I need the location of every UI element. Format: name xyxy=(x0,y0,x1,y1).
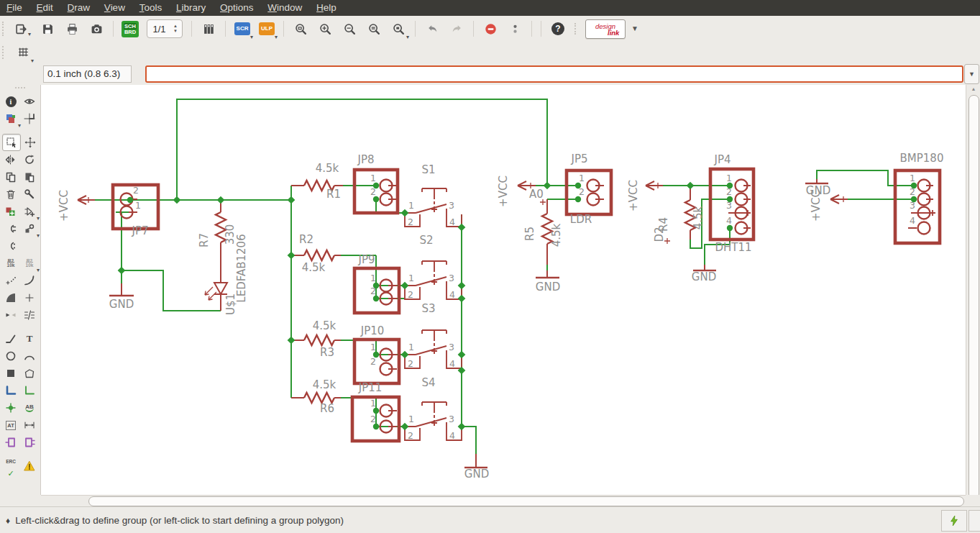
vcc-symbol[interactable] xyxy=(78,196,95,204)
vcc-symbol[interactable] xyxy=(830,195,848,204)
arc-button[interactable] xyxy=(21,348,38,364)
toolbar-drag-handle[interactable] xyxy=(2,22,6,36)
smash-button[interactable] xyxy=(21,221,38,237)
component-r2[interactable] xyxy=(291,250,341,260)
command-input[interactable] xyxy=(145,65,963,83)
toolbar-drag-handle[interactable] xyxy=(2,46,6,59)
name-button[interactable] xyxy=(2,221,19,237)
vcc-symbol[interactable] xyxy=(646,181,663,190)
toolbar-drag-handle[interactable] xyxy=(574,23,579,35)
grid-button[interactable] xyxy=(14,43,32,62)
mirror-button[interactable] xyxy=(2,152,19,168)
script-button[interactable]: SCR xyxy=(233,19,252,38)
menu-file[interactable]: File xyxy=(6,0,22,16)
gnd-symbol[interactable] xyxy=(464,454,487,468)
resistor-value-alt-button[interactable]: R210k xyxy=(21,255,38,271)
label-button[interactable]: AB xyxy=(21,400,38,416)
rotate-button[interactable] xyxy=(21,152,38,168)
undo-button[interactable] xyxy=(423,19,441,38)
zoom-select-button[interactable] xyxy=(365,19,383,38)
command-history-dropdown[interactable]: ▼ xyxy=(964,64,979,84)
replace-button[interactable] xyxy=(21,204,38,219)
menu-tools[interactable]: Tools xyxy=(139,0,162,16)
resistor-value-button[interactable]: R210k xyxy=(2,255,19,271)
value-button[interactable] xyxy=(2,238,19,254)
zoom-out-button[interactable] xyxy=(340,19,359,38)
menu-help[interactable]: Help xyxy=(316,0,336,16)
change-button[interactable] xyxy=(21,186,38,202)
mark-button[interactable] xyxy=(21,111,38,127)
add-part-button[interactable] xyxy=(2,204,19,219)
component-r3[interactable] xyxy=(291,335,341,345)
menu-draw[interactable]: Draw xyxy=(68,0,91,16)
schematic-canvas[interactable]: +VCCJP7GNDR7330U$1LEDFAB12064.5kR1JP8S1R… xyxy=(41,85,966,495)
horizontal-scroll-thumb[interactable] xyxy=(88,496,964,506)
paste-button[interactable] xyxy=(21,169,38,185)
gnd-symbol[interactable] xyxy=(805,179,828,183)
split-button[interactable] xyxy=(2,307,19,323)
display-layers-button[interactable] xyxy=(2,111,19,127)
menu-library[interactable]: Library xyxy=(176,0,206,16)
erc-button[interactable]: ERC✓ xyxy=(2,458,19,474)
stop-button[interactable] xyxy=(481,19,500,38)
redo-button[interactable] xyxy=(447,19,466,38)
move-button[interactable] xyxy=(22,135,40,150)
sheets-panel-button[interactable] xyxy=(199,19,218,38)
vertical-scroll-thumb[interactable] xyxy=(968,95,979,499)
net-wires[interactable] xyxy=(95,99,914,454)
net-button[interactable] xyxy=(21,383,38,398)
wire-button[interactable] xyxy=(2,331,19,347)
vertical-scrollbar[interactable]: ▲ xyxy=(966,85,980,495)
gnd-symbol[interactable] xyxy=(109,283,134,296)
show-button[interactable] xyxy=(21,94,38,109)
menu-view[interactable]: View xyxy=(104,0,125,16)
help-button[interactable]: ? xyxy=(549,19,567,38)
gnd-symbol[interactable] xyxy=(536,270,559,278)
bus-button[interactable] xyxy=(2,383,19,398)
miter-button[interactable] xyxy=(2,273,19,288)
open-export-button[interactable]: ▾ xyxy=(14,19,32,38)
design-link-dropdown-icon[interactable]: ▼ xyxy=(631,25,638,32)
sheet-spinner[interactable]: 1/1 ▲▼ xyxy=(147,19,183,38)
junction-button[interactable] xyxy=(2,400,19,416)
print-button[interactable] xyxy=(63,19,81,38)
horizontal-scrollbar[interactable] xyxy=(41,495,966,507)
component-bmp180[interactable] xyxy=(895,170,940,243)
pinswap-button[interactable] xyxy=(2,434,19,450)
menu-window[interactable]: Window xyxy=(267,0,302,16)
rect-button[interactable] xyxy=(2,365,19,381)
dimension-button[interactable] xyxy=(21,417,38,433)
group-button[interactable] xyxy=(2,134,21,151)
circle-button[interactable] xyxy=(2,348,19,364)
component-jp5[interactable] xyxy=(567,170,611,214)
running-commands-button[interactable] xyxy=(505,19,524,38)
copy-button[interactable] xyxy=(2,169,19,185)
zoom-fit-button[interactable] xyxy=(291,19,310,38)
save-button[interactable] xyxy=(38,19,57,38)
svg-text:1: 1 xyxy=(408,273,414,283)
attribute-button[interactable]: AT xyxy=(2,417,19,433)
gnd-symbol[interactable] xyxy=(693,265,716,270)
gateswap-button[interactable] xyxy=(21,434,38,450)
errors-button[interactable] xyxy=(21,458,38,474)
menu-edit[interactable]: Edit xyxy=(37,0,53,16)
palette-drag-handle[interactable] xyxy=(15,87,25,91)
polygon-button[interactable] xyxy=(21,365,38,381)
text-button[interactable]: T xyxy=(21,331,38,347)
info-button[interactable]: i xyxy=(2,94,19,109)
scroll-up-icon[interactable]: ▲ xyxy=(966,85,980,94)
wire-bend-button[interactable] xyxy=(21,273,38,288)
sch-brd-toggle-button[interactable]: SCHBRD xyxy=(121,19,139,38)
tack-button[interactable] xyxy=(21,290,38,306)
ulp-button[interactable]: ULP xyxy=(257,19,276,38)
component-r6[interactable] xyxy=(291,393,341,403)
optimize-button[interactable] xyxy=(21,307,38,323)
zoom-in-button[interactable] xyxy=(316,19,334,38)
arc-direction-button[interactable] xyxy=(2,290,19,306)
delete-button[interactable] xyxy=(2,186,19,202)
menu-options[interactable]: Options xyxy=(220,0,254,16)
design-link-button[interactable]: design link xyxy=(585,19,626,39)
zoom-redraw-button[interactable] xyxy=(389,19,408,38)
export-image-button[interactable] xyxy=(87,19,106,38)
spinner-arrows-icon[interactable]: ▲▼ xyxy=(171,24,182,34)
